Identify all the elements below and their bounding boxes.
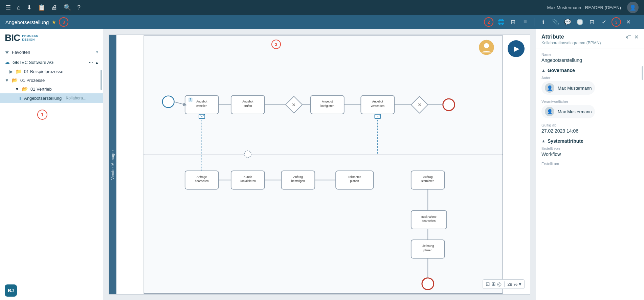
svg-text:✕: ✕: [292, 102, 296, 108]
zoom-dropdown-icon[interactable]: ▾: [519, 281, 521, 287]
download-icon[interactable]: ⬇: [27, 4, 32, 11]
user-info-text: Max Mustermann - READER (DE/EN): [547, 5, 621, 10]
attr-verantwortlicher-label: Verantwortlicher: [541, 99, 639, 103]
home-icon[interactable]: ⌂: [17, 4, 21, 11]
close-icon-toolbar[interactable]: ✕: [624, 17, 633, 27]
favorites-star-icon: ★: [5, 49, 9, 55]
favorites-arrow-icon: ▾: [96, 50, 98, 54]
grid-icon[interactable]: ⊞: [508, 17, 518, 27]
page-title: Angebotserstellung: [5, 19, 49, 25]
svg-text:kontaktieren: kontaktieren: [240, 179, 256, 183]
print-icon[interactable]: 🖨: [51, 4, 58, 11]
org-more-icon[interactable]: ⋯: [89, 60, 93, 65]
left-label-text: Vendor Manager: [111, 150, 115, 180]
tag-icon[interactable]: 🏷: [626, 34, 631, 40]
governance-header[interactable]: ▲ Governance: [541, 68, 639, 73]
list-icon[interactable]: ≡: [520, 17, 530, 27]
triangle-open-icon: ▼: [5, 78, 9, 83]
help-icon[interactable]: ?: [77, 4, 81, 11]
main-layout: BIC PROCESSDESIGN ★ Favoriten ▾ ☁ GBTEC …: [0, 29, 644, 300]
svg-text:Angebot: Angebot: [322, 100, 333, 103]
svg-point-33: [484, 43, 489, 48]
step-badge-3-breadcrumb: 3: [59, 17, 68, 27]
check-icon[interactable]: ✓: [599, 17, 609, 27]
step-badge-3-diagram: 3: [271, 40, 281, 49]
bpmn-diagram: Angebot erstellen Angebot prüfen ✕ Angeb…: [116, 35, 530, 294]
attributes-title-area: Attribute Kollaborationsdiagramm (BPMN): [541, 34, 623, 45]
right-panel-body: Name Angebotserstellung ▲ Governance Aut…: [536, 48, 644, 300]
filter-icon[interactable]: ⊟: [587, 17, 597, 27]
kollabora-label: Kollabora...: [66, 96, 86, 100]
favorite-star[interactable]: ★: [51, 19, 56, 25]
play-icon: ▶: [514, 44, 519, 53]
main-content: Vendor Manager: [103, 29, 536, 300]
attr-gueltig-ab-value: 27.02.2023 14:06: [541, 128, 639, 134]
prozesse-label: 01 Prozesse: [20, 78, 45, 83]
governance-collapse-icon: ▲: [541, 68, 546, 73]
fit-view-icon[interactable]: ⊡: [486, 281, 490, 287]
governance-label: Governance: [548, 68, 575, 73]
document-icon[interactable]: 📋: [38, 4, 45, 11]
info-icon[interactable]: ℹ: [538, 17, 548, 27]
comment-icon[interactable]: 💬: [563, 17, 572, 27]
svg-text:Angebot: Angebot: [372, 100, 383, 103]
sidebar-item-prozesse[interactable]: ▼ 📂 01 Prozesse: [0, 76, 103, 85]
attr-erstellt-am-label: Erstellt am: [541, 162, 639, 166]
close-panel-icon[interactable]: ✕: [634, 34, 639, 40]
attributes-title: Attribute: [541, 34, 623, 40]
autor-user-chip: 👤 Max Mustermann: [541, 81, 595, 95]
right-panel-header: Attribute Kollaborationsdiagramm (BPMN) …: [536, 29, 644, 48]
verantwortlicher-avatar: 👤: [545, 107, 554, 116]
menu-icon[interactable]: ☰: [5, 4, 11, 11]
svg-text:Anfrage: Anfrage: [197, 175, 207, 179]
svg-text:Lieferung: Lieferung: [422, 244, 434, 248]
svg-text:Rücknahme: Rücknahme: [421, 215, 437, 218]
verantwortlicher-name: Max Mustermann: [558, 109, 592, 114]
favorites-label: Favoriten: [12, 50, 93, 55]
attr-name: Name Angebotserstellung: [541, 52, 639, 63]
hierarchy-icon[interactable]: 🌐: [496, 17, 506, 27]
org-collapse-icon[interactable]: ▴: [96, 60, 98, 65]
sidebar-item-vertrieb[interactable]: ▼ 📂 01 Vertrieb: [0, 85, 103, 93]
history-icon[interactable]: 🕒: [575, 17, 584, 27]
attr-name-value: Angebotserstellung: [541, 57, 639, 63]
svg-text:erstellen: erstellen: [196, 104, 207, 108]
svg-text:korrigieren: korrigieren: [320, 104, 334, 108]
attr-erstellt-am: Erstellt am: [541, 162, 639, 166]
right-panel-scrollbar[interactable]: [642, 66, 643, 80]
svg-text:planen: planen: [423, 249, 432, 252]
bj-badge[interactable]: BJ: [5, 284, 17, 297]
avatar-icon: 👤: [629, 4, 636, 11]
folder-icon-1: ▶: [9, 69, 13, 74]
sidebar-item-favorites[interactable]: ★ Favoriten ▾: [0, 47, 103, 57]
play-button[interactable]: ▶: [508, 40, 525, 57]
logo-sub: PROCESSDESIGN: [22, 34, 38, 42]
attr-verantwortlicher: Verantwortlicher 👤 Max Mustermann: [541, 99, 639, 118]
gbtec-label: GBTEC Software AG: [13, 60, 53, 65]
svg-text:Auftrag: Auftrag: [423, 175, 432, 179]
search-icon[interactable]: 🔍: [64, 4, 71, 11]
svg-text:bestätigen: bestätigen: [291, 179, 305, 183]
sidebar-group-gbtec[interactable]: ☁ GBTEC Software AG ⋯ ▴: [0, 57, 103, 67]
attr-gueltig-ab-label: Gültig ab: [541, 123, 639, 127]
attachment-icon[interactable]: 📎: [551, 17, 560, 27]
diagram-icon: ⫿: [19, 95, 21, 101]
systemattribute-header[interactable]: ▲ Systemattribute: [541, 138, 639, 144]
systemattr-collapse-icon: ▲: [541, 139, 546, 143]
zoom-fit-icon[interactable]: ⊞: [491, 281, 496, 287]
systemattribute-label: Systemattribute: [548, 138, 583, 144]
sidebar-item-beispielprozesse[interactable]: ▶ 📁 01 Beispielprozesse: [0, 67, 103, 76]
diagram-svg-area: Angebot erstellen Angebot prüfen ✕ Angeb…: [116, 35, 530, 294]
cloud-icon: ☁: [5, 59, 10, 65]
right-panel-icons: 🏷 ✕: [626, 34, 639, 40]
svg-text:bearbeiten: bearbeiten: [422, 219, 436, 223]
autor-avatar-icon: 👤: [547, 85, 553, 91]
zoom-center-icon[interactable]: ◎: [497, 281, 502, 287]
right-panel: Attribute Kollaborationsdiagramm (BPMN) …: [536, 29, 644, 300]
diagram-canvas[interactable]: Vendor Manager: [109, 34, 530, 295]
top-nav: ☰ ⌂ ⬇ 📋 🖨 🔍 ? Max Mustermann - READER (D…: [0, 0, 644, 15]
attributes-subtitle: Kollaborationsdiagramm (BPMN): [541, 41, 623, 45]
sidebar-item-angebotserstellung[interactable]: ⫿ Angebotserstellung Kollabora...: [0, 93, 103, 103]
sidebar-scrollbar[interactable]: [101, 70, 102, 90]
avatar[interactable]: 👤: [627, 2, 639, 13]
